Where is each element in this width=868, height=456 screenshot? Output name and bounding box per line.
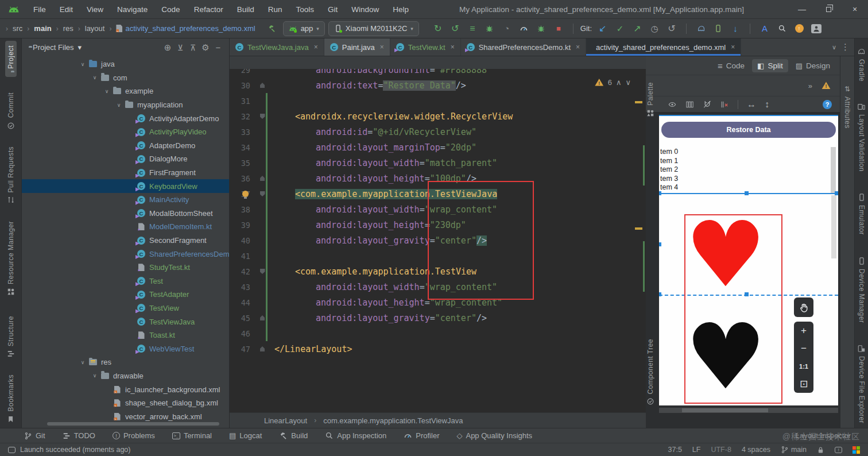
- tree-item-test[interactable]: CTest: [22, 275, 229, 288]
- design-warning-icon[interactable]: !: [822, 82, 831, 90]
- chevron-down-icon[interactable]: ∨: [90, 373, 100, 378]
- notifications-icon[interactable]: !: [835, 447, 842, 453]
- constraint-handle[interactable]: [835, 191, 838, 195]
- tree-item-example[interactable]: ∨example: [22, 84, 229, 98]
- chevron-down-icon[interactable]: ∨: [102, 88, 112, 94]
- apply-changes-button[interactable]: ↺: [448, 21, 463, 36]
- attributes-tab[interactable]: ⇅ Attributes: [843, 85, 851, 129]
- code-line-45[interactable]: 45android:layout_gravity="center"/>: [230, 310, 646, 326]
- menu-window[interactable]: Window: [346, 3, 385, 16]
- code-viewport[interactable]: 29android:backgroundTint="#FF888888"30an…: [230, 56, 646, 412]
- vertical-arrows-button[interactable]: ↕: [765, 99, 769, 110]
- close-tab-icon[interactable]: ×: [731, 43, 735, 51]
- tool-window-terminal[interactable]: >_Terminal: [172, 431, 212, 440]
- attach-profiler-button[interactable]: ◔: [499, 21, 514, 36]
- menu-tools[interactable]: Tools: [290, 3, 320, 16]
- breadcrumb-src[interactable]: src: [13, 24, 22, 33]
- help-button[interactable]: ?: [823, 100, 832, 109]
- tab-options-icon[interactable]: ⋮: [841, 42, 850, 52]
- component-tree-tab[interactable]: Component Tree: [646, 339, 654, 405]
- line-separator[interactable]: LF: [692, 446, 701, 454]
- settings-button[interactable]: ⚙: [199, 41, 212, 54]
- fold-marker-icon[interactable]: [260, 114, 265, 119]
- breadcrumb-main[interactable]: main: [34, 24, 51, 33]
- colored-squares-icon[interactable]: [852, 446, 860, 454]
- code-line-33[interactable]: 33android:id="@+id/vRecyclerView": [230, 124, 646, 140]
- tool-stripe-structure[interactable]: Structure: [5, 311, 17, 362]
- breadcrumb-res[interactable]: res: [63, 24, 73, 33]
- mode-design-button[interactable]: ▨Design: [790, 59, 835, 72]
- menu-help[interactable]: Help: [387, 3, 414, 16]
- fold-marker-icon[interactable]: [260, 315, 265, 320]
- tool-window-app-inspection[interactable]: App Inspection: [325, 431, 386, 440]
- locate-button[interactable]: ⊕: [161, 41, 174, 54]
- tree-item-secondfragment[interactable]: CSecondFragment: [22, 234, 229, 248]
- tree-item-testviewjava[interactable]: CTestViewJava: [22, 315, 229, 329]
- fold-marker-icon[interactable]: [260, 191, 265, 196]
- zoom-actual-button[interactable]: 1:1: [794, 357, 813, 375]
- expand-all-button[interactable]: ⊻: [174, 41, 187, 54]
- breadcrumb-layout[interactable]: layout: [85, 24, 105, 33]
- tree-item-testview[interactable]: CTestView: [22, 302, 229, 315]
- inspection-widget[interactable]: ! 6 ∧ ∨: [595, 78, 631, 87]
- tree-item-adapterdemo[interactable]: CAdapterDemo: [22, 139, 229, 153]
- rollback-button[interactable]: ↺: [664, 21, 679, 36]
- autoconnect-off-button[interactable]: [703, 100, 712, 109]
- tree-item-webviewtest[interactable]: CWebViewTest: [22, 342, 229, 355]
- gradle-sync-button[interactable]: [693, 21, 708, 36]
- tool-stripe-project[interactable]: Project: [5, 41, 17, 77]
- minimize-button[interactable]: —: [789, 0, 815, 19]
- profile-avatar-button[interactable]: [809, 21, 824, 36]
- tree-item-activityplayvideo[interactable]: CActivityPlayVideo: [22, 125, 229, 139]
- tool-stripe-device-manager[interactable]: Device Manager: [856, 252, 867, 327]
- maximize-button[interactable]: [815, 0, 842, 19]
- prev-warning-icon[interactable]: ∧: [616, 78, 622, 87]
- tree-item-modalbottomsheet[interactable]: CModalBottomSheet: [22, 207, 229, 221]
- run-configuration-select[interactable]: app▾: [283, 21, 325, 36]
- stop-button[interactable]: ■: [551, 21, 566, 36]
- menu-edit[interactable]: Edit: [54, 3, 79, 16]
- tree-item-mainactivity[interactable]: CMainActivity: [22, 193, 229, 207]
- tool-stripe-gradle[interactable]: Gradle: [855, 43, 867, 86]
- tree-item-java[interactable]: ∨java: [22, 57, 229, 71]
- search-everywhere-button[interactable]: [774, 21, 789, 36]
- editor-tab-testviewjava-java[interactable]: CTestViewJava.java×: [230, 38, 324, 56]
- fold-marker-icon[interactable]: [260, 269, 265, 274]
- code-line-35[interactable]: 35android:layout_width="match_parent": [230, 155, 646, 171]
- tool-stripe-pull-requests[interactable]: Pull Requests: [5, 142, 17, 209]
- history-button[interactable]: ◷: [647, 21, 662, 36]
- tree-item-toast-kt[interactable]: Toast.kt: [22, 329, 229, 342]
- hide-button[interactable]: −: [212, 41, 224, 54]
- tree-item-activityadapterdemo[interactable]: CActivityAdapterDemo: [22, 111, 229, 125]
- commit-button[interactable]: ✓: [613, 21, 627, 36]
- code-line-30[interactable]: 30android:text="Restore Data"/>: [230, 78, 646, 93]
- collapse-all-button[interactable]: ⊼: [187, 41, 199, 54]
- tool-window-problems[interactable]: !Problems: [113, 431, 155, 440]
- menu-view[interactable]: View: [81, 3, 109, 16]
- chevron-down-icon[interactable]: ∨: [90, 75, 100, 80]
- device-select[interactable]: Xiaomi M2011K2C▾: [328, 21, 419, 36]
- tool-stripe-bookmarks[interactable]: Bookmarks: [5, 370, 17, 428]
- horizontal-arrows-button[interactable]: ↔: [747, 99, 756, 110]
- fold-marker-icon[interactable]: [260, 346, 265, 351]
- tree-item-sharedpreferencesdemo[interactable]: CSharedPreferencesDemo: [22, 247, 229, 261]
- editor-tab-paint-java[interactable]: CPaint.java×: [324, 38, 390, 56]
- tree-item-firstfragment[interactable]: CFirstFragment: [22, 166, 229, 180]
- rerun-app-button[interactable]: ↻: [431, 21, 445, 36]
- view-options-button[interactable]: [668, 101, 677, 109]
- update-project-button[interactable]: ↙: [595, 21, 610, 36]
- fold-marker-icon[interactable]: [260, 83, 265, 88]
- preview-scrollbar[interactable]: [831, 195, 836, 258]
- indent-setting[interactable]: 4 spaces: [742, 446, 770, 454]
- code-line-47[interactable]: 47</LinearLayout>: [230, 341, 646, 357]
- constraint-line-solid[interactable]: [659, 193, 838, 194]
- menu-run[interactable]: Run: [262, 3, 288, 16]
- mode-split-button[interactable]: ◧Split: [752, 59, 788, 72]
- zoom-in-button[interactable]: +: [794, 322, 813, 339]
- tree-item-dialogmore[interactable]: CDialogMore: [22, 152, 229, 166]
- tool-window-logcat[interactable]: ▤Logcat: [229, 431, 262, 440]
- chevron-down-icon[interactable]: ∨: [78, 360, 88, 365]
- close-tab-icon[interactable]: ×: [576, 43, 580, 51]
- zoom-out-button[interactable]: −: [794, 339, 813, 357]
- constraint-handle[interactable]: [659, 292, 661, 296]
